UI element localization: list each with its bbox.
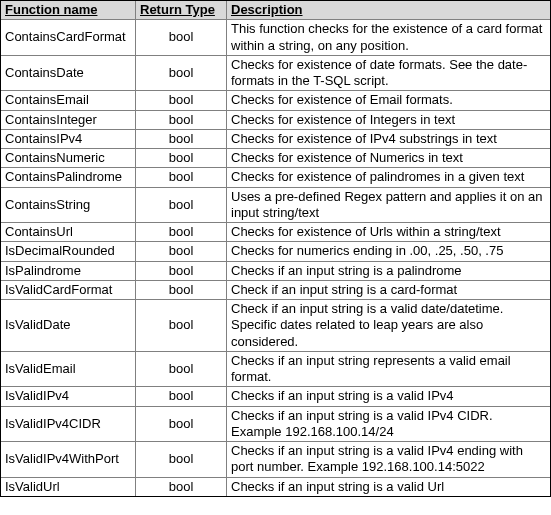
cell-return-type: bool: [136, 242, 227, 261]
cell-description: Checks if an input string is a valid Url: [227, 477, 551, 496]
cell-function-name: IsDecimalRounded: [1, 242, 136, 261]
cell-return-type: bool: [136, 168, 227, 187]
header-function-name: Function name: [1, 1, 136, 20]
cell-description: Checks for existence of IPv4 substrings …: [227, 129, 551, 148]
table-row: ContainsStringboolUses a pre-defined Reg…: [1, 187, 550, 223]
cell-function-name: IsValidCardFormat: [1, 280, 136, 299]
cell-description: Check if an input string is a valid date…: [227, 300, 551, 352]
cell-function-name: ContainsString: [1, 187, 136, 223]
cell-return-type: bool: [136, 149, 227, 168]
cell-return-type: bool: [136, 280, 227, 299]
cell-return-type: bool: [136, 406, 227, 442]
table-row: ContainsPalindromeboolChecks for existen…: [1, 168, 550, 187]
cell-return-type: bool: [136, 20, 227, 56]
cell-return-type: bool: [136, 187, 227, 223]
cell-function-name: IsValidEmail: [1, 351, 136, 387]
table-row: ContainsNumericboolChecks for existence …: [1, 149, 550, 168]
table-row: IsDecimalRoundedboolChecks for numerics …: [1, 242, 550, 261]
cell-description: Checks if an input string is a palindrom…: [227, 261, 551, 280]
cell-function-name: ContainsNumeric: [1, 149, 136, 168]
cell-description: Checks for existence of date formats. Se…: [227, 55, 551, 91]
cell-function-name: ContainsDate: [1, 55, 136, 91]
cell-description: Checks if an input string is a valid IPv…: [227, 442, 551, 478]
cell-return-type: bool: [136, 442, 227, 478]
table-row: IsValidUrlboolChecks if an input string …: [1, 477, 550, 496]
cell-function-name: ContainsInteger: [1, 110, 136, 129]
cell-description: Checks if an input string represents a v…: [227, 351, 551, 387]
cell-function-name: ContainsUrl: [1, 223, 136, 242]
table-row: ContainsUrlboolChecks for existence of U…: [1, 223, 550, 242]
cell-function-name: ContainsIPv4: [1, 129, 136, 148]
cell-function-name: ContainsPalindrome: [1, 168, 136, 187]
table-row: ContainsDateboolChecks for existence of …: [1, 55, 550, 91]
cell-return-type: bool: [136, 55, 227, 91]
table-row: ContainsCardFormatboolThis function chec…: [1, 20, 550, 56]
cell-return-type: bool: [136, 477, 227, 496]
cell-function-name: IsValidIPv4: [1, 387, 136, 406]
cell-description: Checks for existence of Integers in text: [227, 110, 551, 129]
table-row: ContainsEmailboolChecks for existence of…: [1, 91, 550, 110]
cell-description: Checks for existence of Numerics in text: [227, 149, 551, 168]
cell-description: Checks for numerics ending in .00, .25, …: [227, 242, 551, 261]
cell-return-type: bool: [136, 129, 227, 148]
cell-return-type: bool: [136, 261, 227, 280]
cell-function-name: ContainsCardFormat: [1, 20, 136, 56]
table-row: ContainsIntegerboolChecks for existence …: [1, 110, 550, 129]
cell-description: This function checks for the existence o…: [227, 20, 551, 56]
table-row: IsValidDateboolCheck if an input string …: [1, 300, 550, 352]
table-row: IsValidIPv4CIDRboolChecks if an input st…: [1, 406, 550, 442]
header-description: Description: [227, 1, 551, 20]
cell-return-type: bool: [136, 300, 227, 352]
table-row: ContainsIPv4boolChecks for existence of …: [1, 129, 550, 148]
cell-return-type: bool: [136, 351, 227, 387]
cell-description: Checks for existence of Email formats.: [227, 91, 551, 110]
cell-function-name: IsValidIPv4CIDR: [1, 406, 136, 442]
cell-function-name: ContainsEmail: [1, 91, 136, 110]
table-body: ContainsCardFormatboolThis function chec…: [1, 20, 550, 496]
cell-function-name: IsValidDate: [1, 300, 136, 352]
cell-return-type: bool: [136, 91, 227, 110]
cell-return-type: bool: [136, 387, 227, 406]
cell-function-name: IsPalindrome: [1, 261, 136, 280]
cell-return-type: bool: [136, 110, 227, 129]
cell-description: Checks if an input string is a valid IPv…: [227, 406, 551, 442]
function-table: Function name Return Type Description Co…: [1, 1, 550, 496]
function-table-container: Function name Return Type Description Co…: [0, 0, 551, 497]
cell-description: Check if an input string is a card-forma…: [227, 280, 551, 299]
header-return-type: Return Type: [136, 1, 227, 20]
table-row: IsValidIPv4WithPortboolChecks if an inpu…: [1, 442, 550, 478]
cell-description: Checks for existence of Urls within a st…: [227, 223, 551, 242]
cell-function-name: IsValidUrl: [1, 477, 136, 496]
table-row: IsPalindromeboolChecks if an input strin…: [1, 261, 550, 280]
cell-function-name: IsValidIPv4WithPort: [1, 442, 136, 478]
table-row: IsValidEmailboolChecks if an input strin…: [1, 351, 550, 387]
cell-description: Checks if an input string is a valid IPv…: [227, 387, 551, 406]
cell-return-type: bool: [136, 223, 227, 242]
header-row: Function name Return Type Description: [1, 1, 550, 20]
cell-description: Uses a pre-defined Regex pattern and app…: [227, 187, 551, 223]
cell-description: Checks for existence of palindromes in a…: [227, 168, 551, 187]
table-row: IsValidCardFormatboolCheck if an input s…: [1, 280, 550, 299]
table-row: IsValidIPv4boolChecks if an input string…: [1, 387, 550, 406]
